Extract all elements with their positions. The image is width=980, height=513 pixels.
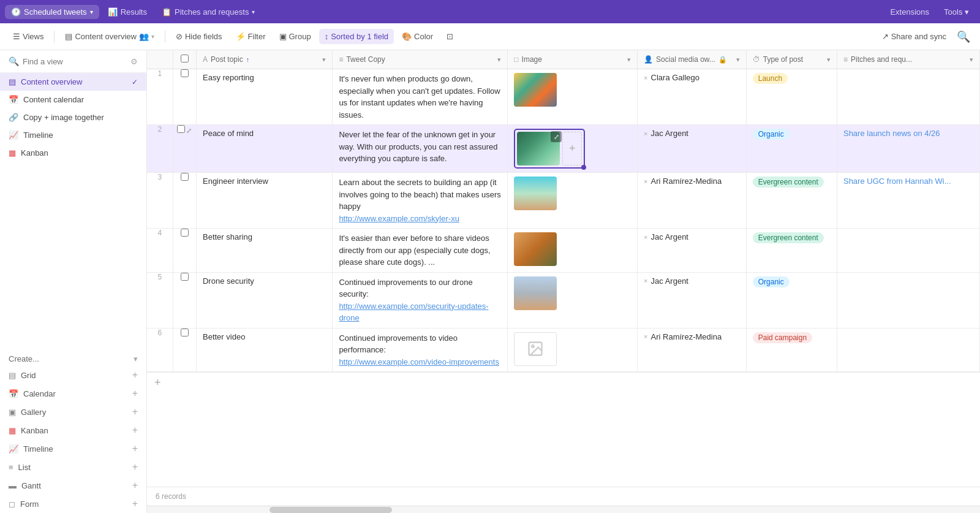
plus-calendar-icon[interactable]: + bbox=[132, 388, 138, 399]
row-checkbox[interactable] bbox=[181, 273, 189, 281]
image-cell[interactable] bbox=[508, 69, 638, 125]
image-thumbnail[interactable] bbox=[514, 73, 557, 107]
row-checkbox[interactable] bbox=[181, 329, 189, 336]
plus-list-icon[interactable]: + bbox=[132, 462, 138, 473]
extra-button[interactable]: ⊡ bbox=[441, 29, 459, 44]
color-button[interactable]: 🎨 Color bbox=[396, 29, 439, 44]
remove-owner-button[interactable]: × bbox=[644, 277, 647, 284]
expand-row-icon[interactable]: ⤢ bbox=[186, 127, 192, 134]
image-cell[interactable] bbox=[508, 229, 638, 273]
type-tag[interactable]: Paid campaign bbox=[753, 332, 812, 343]
add-row-plus-icon[interactable]: + bbox=[154, 376, 161, 389]
sidebar-item-content-calendar[interactable]: 📅 Content calendar bbox=[0, 91, 146, 108]
image-thumbnail[interactable] bbox=[514, 232, 557, 266]
add-image-button[interactable]: + bbox=[562, 132, 582, 165]
image-thumbnail[interactable] bbox=[514, 177, 557, 210]
image-cell[interactable] bbox=[508, 328, 638, 372]
remove-owner-button[interactable]: × bbox=[644, 74, 647, 82]
sidebar-item-copy-image[interactable]: 🔗 Copy + image together bbox=[0, 108, 146, 126]
find-view-input[interactable] bbox=[23, 57, 127, 66]
create-list-item[interactable]: ≡ List + bbox=[0, 458, 146, 476]
tweet-cell: Continued improvements to video performa… bbox=[333, 328, 508, 372]
tab-pitches[interactable]: 📋 Pitches and requests ▾ bbox=[156, 5, 261, 19]
sidebar-item-kanban[interactable]: ▦ Kanban bbox=[0, 144, 146, 162]
h-scrollbar[interactable] bbox=[147, 506, 980, 513]
type-tag[interactable]: Organic bbox=[753, 276, 790, 287]
image-thumbnail[interactable] bbox=[514, 276, 557, 310]
tools-button[interactable]: Tools ▾ bbox=[938, 5, 975, 19]
tab-scheduled-tweets[interactable]: 🕐 Scheduled tweets ▾ bbox=[5, 5, 99, 19]
topic-cell[interactable]: Peace of mind bbox=[196, 125, 332, 173]
add-row-area[interactable]: + bbox=[147, 372, 980, 393]
create-section-toggle[interactable]: Create... ▾ bbox=[0, 348, 146, 366]
resize-handle[interactable] bbox=[581, 165, 586, 170]
search-button[interactable]: 🔍 bbox=[954, 28, 973, 46]
tweet-link[interactable]: http://www.example.com/skyler-xu bbox=[339, 214, 459, 223]
topic-cell[interactable]: Better sharing bbox=[196, 229, 332, 273]
pitches-expand-icon[interactable]: ▾ bbox=[970, 56, 973, 64]
color-icon: 🎨 bbox=[402, 32, 412, 41]
create-grid-item[interactable]: ▤ Grid + bbox=[0, 366, 146, 384]
remove-owner-button[interactable]: × bbox=[644, 234, 647, 241]
plus-gallery-icon[interactable]: + bbox=[132, 406, 138, 417]
create-timeline-item[interactable]: 📈 Timeline + bbox=[0, 439, 146, 458]
plus-form-icon[interactable]: + bbox=[132, 498, 138, 509]
remove-owner-button[interactable]: × bbox=[644, 178, 647, 185]
filter-button[interactable]: ⚡ Filter bbox=[230, 29, 271, 44]
select-all-checkbox[interactable] bbox=[181, 55, 189, 63]
create-calendar-item[interactable]: 📅 Calendar + bbox=[0, 384, 146, 403]
image-cell[interactable]: +⤢ bbox=[508, 125, 638, 173]
topic-cell[interactable]: Engineer interview bbox=[196, 173, 332, 229]
share-sync-button[interactable]: ↗ Share and sync bbox=[876, 29, 952, 44]
row-checkbox[interactable] bbox=[181, 69, 189, 77]
th-topic: A Post topic ↑ ▾ bbox=[196, 50, 332, 69]
type-cell: Evergreen content bbox=[746, 229, 837, 273]
topic-expand-icon[interactable]: ▾ bbox=[322, 56, 326, 64]
topic-cell[interactable]: Better video bbox=[196, 328, 332, 372]
image-cell[interactable] bbox=[508, 173, 638, 229]
image-expand-icon[interactable]: ▾ bbox=[627, 56, 631, 64]
group-button[interactable]: ▣ Group bbox=[274, 29, 317, 44]
row-checkbox[interactable] bbox=[181, 173, 189, 181]
extensions-button[interactable]: Extensions bbox=[884, 5, 935, 19]
type-cell: Evergreen content bbox=[746, 173, 837, 229]
sidebar-item-content-overview[interactable]: ▤ Content overview ✓ bbox=[0, 73, 146, 91]
type-tag[interactable]: Launch bbox=[753, 73, 788, 84]
plus-timeline-icon[interactable]: + bbox=[132, 443, 138, 454]
remove-owner-button[interactable]: × bbox=[644, 333, 647, 340]
tweet-expand-icon[interactable]: ▾ bbox=[497, 56, 501, 64]
create-gallery-item[interactable]: ▣ Gallery + bbox=[0, 403, 146, 421]
hide-fields-button[interactable]: ⊘ Hide fields bbox=[170, 29, 228, 44]
tweet-link[interactable]: http://www.example.com/video-improvement… bbox=[339, 357, 499, 367]
create-timeline-icon: 📈 bbox=[9, 444, 18, 454]
plus-kanban-icon[interactable]: + bbox=[132, 425, 138, 436]
plus-grid-icon[interactable]: + bbox=[132, 370, 138, 381]
tweet-link[interactable]: http://www.example.com/security-updates-… bbox=[339, 302, 488, 323]
row-checkbox[interactable] bbox=[181, 229, 189, 237]
expand-image-button[interactable]: ⤢ bbox=[551, 131, 562, 142]
sidebar-item-timeline[interactable]: 📈 Timeline bbox=[0, 126, 146, 144]
tab-results[interactable]: 📊 Results bbox=[102, 5, 153, 19]
row-checkbox[interactable] bbox=[177, 125, 185, 133]
type-tag[interactable]: Evergreen content bbox=[753, 177, 824, 188]
toolbar-divider-1 bbox=[54, 31, 55, 43]
remove-owner-button[interactable]: × bbox=[644, 130, 647, 137]
settings-icon[interactable]: ⚙ bbox=[130, 57, 138, 66]
create-kanban-item[interactable]: ▦ Kanban + bbox=[0, 421, 146, 439]
views-button[interactable]: ☰ Views bbox=[7, 29, 49, 44]
create-form-item[interactable]: ◻ Form + bbox=[0, 495, 146, 513]
table-row: 3Engineer interviewLearn about the secre… bbox=[147, 173, 980, 229]
owner-expand-icon[interactable]: ▾ bbox=[736, 56, 740, 64]
type-tag[interactable]: Evergreen content bbox=[753, 232, 824, 243]
topic-cell[interactable]: Drone security bbox=[196, 272, 332, 328]
image-cell[interactable] bbox=[508, 272, 638, 328]
create-gantt-item[interactable]: ▬ Gantt + bbox=[0, 476, 146, 495]
type-expand-icon[interactable]: ▾ bbox=[827, 56, 831, 64]
tweet-text: Never let the fear of the unknown get in… bbox=[339, 130, 497, 163]
content-overview-button[interactable]: ▤ Content overview 👥 ▾ bbox=[59, 29, 159, 44]
sort-button[interactable]: ↕ Sorted by 1 field bbox=[319, 29, 394, 44]
h-scrollbar-thumb[interactable] bbox=[270, 507, 392, 513]
plus-gantt-icon[interactable]: + bbox=[132, 480, 138, 491]
topic-cell[interactable]: Easy reporting bbox=[196, 69, 332, 125]
type-tag[interactable]: Organic bbox=[753, 129, 790, 140]
